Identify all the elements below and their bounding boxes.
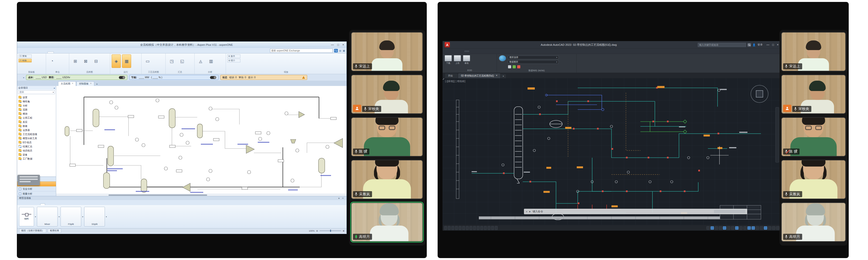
close-button[interactable]: × [342, 43, 344, 46]
plot-button[interactable]: ▥ [207, 54, 216, 68]
palette-model-button[interactable]: SSplit [84, 207, 105, 227]
chevron-down-icon[interactable]: ▾ [106, 216, 107, 218]
chip-gray-icon[interactable] [508, 65, 511, 68]
autocad-ribbon-tab[interactable] [464, 50, 469, 52]
command-line[interactable]: × ▸ 键入命令 [524, 209, 747, 214]
status-toggle-icon[interactable] [768, 226, 771, 230]
tree-item[interactable]: 动态组态 [19, 149, 56, 153]
status-toggle-icon[interactable] [715, 226, 718, 230]
close-tab-icon[interactable]: × [90, 82, 92, 85]
aspen-ribbon-tab[interactable] [65, 52, 71, 53]
tree-item[interactable]: 反应 [19, 120, 56, 124]
layout-tab[interactable] [448, 226, 451, 230]
add-flowsheet-tab-button[interactable]: + [95, 82, 99, 86]
palette-tab[interactable] [78, 204, 82, 205]
ribbon-small-button[interactable]: ▥ 复制 [19, 54, 32, 58]
reset-button[interactable]: ▦ [122, 54, 131, 68]
status-toggle-icon[interactable] [723, 226, 726, 230]
status-toggle-icon[interactable] [731, 226, 735, 230]
units-button[interactable]: ◔ [48, 54, 57, 68]
participant-tile[interactable]: 宋牧炎 [351, 74, 423, 114]
aspen-ribbon-tab[interactable] [71, 52, 77, 53]
economics-strip[interactable]: 成本:____ USD 费用:____ USD/hr [26, 75, 127, 80]
collapse-pane-icon[interactable]: ◂ [54, 87, 55, 89]
tree-item[interactable]: 工厂数据 [19, 157, 56, 161]
data-sphere-button[interactable] [499, 55, 506, 62]
palette-tab[interactable] [87, 204, 91, 205]
status-toggle-icon[interactable] [772, 226, 775, 230]
tree-item[interactable]: 公用工程 [19, 116, 56, 120]
layout-tab[interactable] [459, 226, 462, 230]
chevron-down-icon[interactable]: ▾ [82, 216, 83, 218]
aspen-ribbon-tab[interactable] [30, 52, 36, 53]
flowsheet-tab[interactable]: 控制面板× [76, 81, 94, 86]
participant-tile[interactable]: 宋远上 [781, 32, 846, 72]
close-tab-icon[interactable]: × [72, 82, 73, 85]
ribbon-big-button[interactable]: 下载 [444, 55, 452, 65]
layout-tab[interactable] [480, 226, 483, 230]
participant-tile[interactable]: 高明月 [351, 202, 423, 242]
drawing-file-tab[interactable]: 02-带控制点的工艺流程图(5试) × [458, 73, 500, 78]
participant-tile[interactable]: 吴雅岚 [781, 160, 846, 199]
environment-button[interactable]: 能量分析 [17, 191, 56, 196]
material-stream-button[interactable]: 物料 [19, 207, 34, 226]
nav-filter-combo[interactable]: 搜索 ▾ [18, 90, 55, 94]
close-tab-icon[interactable]: × [496, 74, 497, 77]
search-icon[interactable] [747, 43, 751, 47]
status-toggle-icon[interactable] [739, 226, 743, 230]
autocad-ribbon-tab[interactable] [455, 51, 459, 52]
layout-tab[interactable] [466, 226, 469, 230]
layout-tab[interactable] [488, 226, 490, 230]
zoom-in-small[interactable]: ⊕ 放大 [227, 54, 240, 58]
tree-item[interactable]: 物性集 [19, 100, 56, 104]
tree-item[interactable]: 分析 [19, 104, 56, 108]
status-chip[interactable]: 检查结果 [48, 229, 61, 233]
ribbon-small-button-highlight[interactable]: ▤ 粘贴 [19, 59, 32, 62]
layout-tab[interactable] [495, 226, 498, 230]
aspen-ribbon-tab[interactable] [19, 52, 24, 53]
status-toggle-icon[interactable] [764, 226, 767, 230]
tree-item[interactable]: 运算器 [19, 128, 56, 132]
layout-tab[interactable] [444, 226, 447, 230]
layout-tab[interactable] [452, 226, 454, 230]
layout-tab[interactable] [491, 226, 494, 230]
autocad-logo-icon[interactable]: A [444, 42, 450, 47]
aspen-ribbon-tab[interactable] [24, 52, 30, 53]
tree-item[interactable]: 流股 [19, 108, 56, 112]
zoom-slider[interactable] [319, 230, 341, 231]
autocad-ribbon-tab[interactable] [470, 51, 474, 52]
flowsheet-canvas[interactable] [56, 86, 346, 196]
status-toggle-icon[interactable] [727, 226, 730, 230]
status-toggle-icon[interactable] [760, 226, 763, 230]
status-toggle-icon[interactable] [776, 226, 779, 230]
cloud-icon[interactable]: ◍ [339, 49, 341, 52]
search-icon[interactable] [334, 49, 338, 52]
status-toggle-icon[interactable] [707, 226, 710, 230]
tree-item[interactable]: 设备 [19, 153, 56, 157]
palette-tab[interactable] [82, 204, 86, 205]
palette-model-button[interactable]: Mixer [37, 207, 58, 227]
minimize-button[interactable]: — [331, 43, 334, 46]
autocad-ribbon-tab[interactable] [450, 51, 454, 52]
viewport-controls-label[interactable]: [-][俯视][二维线框] [445, 80, 465, 83]
participant-tile[interactable]: 宋牧炎 [781, 74, 846, 114]
autocad-ribbon-tab[interactable] [489, 51, 493, 52]
participant-tile[interactable]: 宋远上 [351, 32, 423, 72]
tree-item[interactable]: 设置 [19, 95, 56, 100]
energy-toggle[interactable] [210, 76, 216, 79]
aspen-ribbon-tab[interactable] [54, 52, 60, 53]
palette-tab[interactable] [55, 204, 59, 205]
status-toggle-icon[interactable] [747, 226, 751, 230]
chip-red-icon[interactable] [517, 65, 520, 68]
participant-tile[interactable]: 吴雅岚 [351, 160, 423, 199]
aspen-ribbon-tab[interactable] [42, 52, 48, 53]
close-button[interactable]: × [777, 43, 779, 46]
aspen-ribbon-tab[interactable] [48, 51, 54, 53]
ribbon-big-button[interactable]: 上传 [454, 55, 461, 65]
flowsheet-hscrollbar[interactable] [56, 194, 346, 196]
economics-toggle[interactable] [119, 76, 125, 79]
layout-tab[interactable] [477, 226, 479, 230]
signin-button[interactable]: 登录 [757, 43, 763, 46]
aspen-ribbon-tab[interactable] [36, 52, 42, 53]
drawing-file-tab[interactable]: 开始 [445, 73, 458, 78]
